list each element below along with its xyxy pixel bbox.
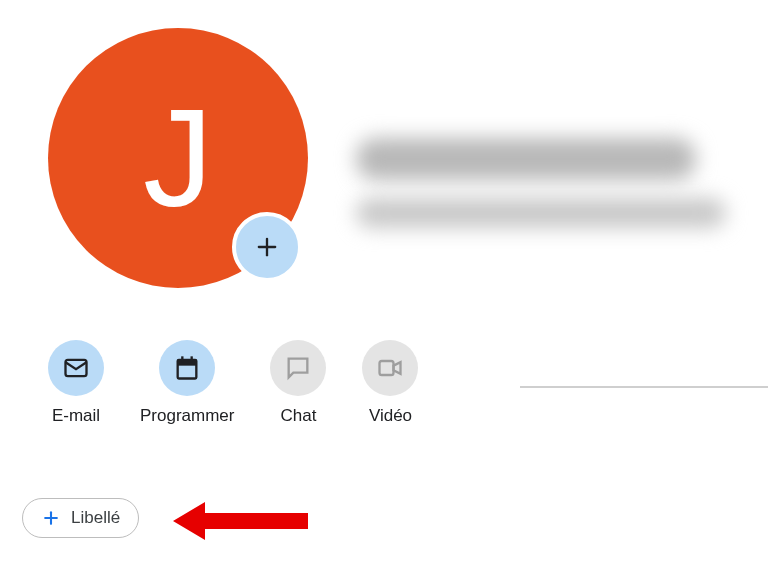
section-divider — [520, 386, 768, 388]
svg-rect-7 — [380, 361, 394, 375]
annotation-arrow — [173, 496, 308, 546]
add-label-text: Libellé — [71, 508, 120, 528]
calendar-icon — [173, 354, 201, 382]
schedule-label: Programmer — [140, 406, 234, 426]
email-icon — [62, 354, 90, 382]
svg-rect-6 — [191, 356, 193, 362]
email-label: E-mail — [52, 406, 100, 426]
chat-icon-circle — [270, 340, 326, 396]
video-label: Vidéo — [369, 406, 412, 426]
svg-rect-4 — [178, 360, 197, 366]
contact-name-redacted — [356, 138, 696, 180]
avatar-container: J — [48, 28, 308, 288]
plus-icon — [253, 233, 281, 261]
email-icon-circle — [48, 340, 104, 396]
chat-action[interactable]: Chat — [270, 340, 326, 426]
email-action[interactable]: E-mail — [48, 340, 104, 426]
calendar-icon-circle — [159, 340, 215, 396]
video-action[interactable]: Vidéo — [362, 340, 418, 426]
add-label-button[interactable]: Libellé — [22, 498, 139, 538]
video-icon-circle — [362, 340, 418, 396]
plus-icon — [41, 508, 61, 528]
contact-subtitle-redacted — [356, 198, 726, 228]
video-icon — [376, 354, 404, 382]
chat-label: Chat — [281, 406, 317, 426]
contact-header: J — [0, 0, 768, 288]
chat-icon — [284, 354, 312, 382]
svg-rect-5 — [181, 356, 183, 362]
schedule-action[interactable]: Programmer — [140, 340, 234, 426]
contact-name-block — [356, 88, 768, 228]
avatar-initial: J — [143, 77, 213, 239]
quick-actions-row: E-mail Programmer Chat Vidéo — [0, 288, 768, 426]
add-photo-button[interactable] — [232, 212, 302, 282]
